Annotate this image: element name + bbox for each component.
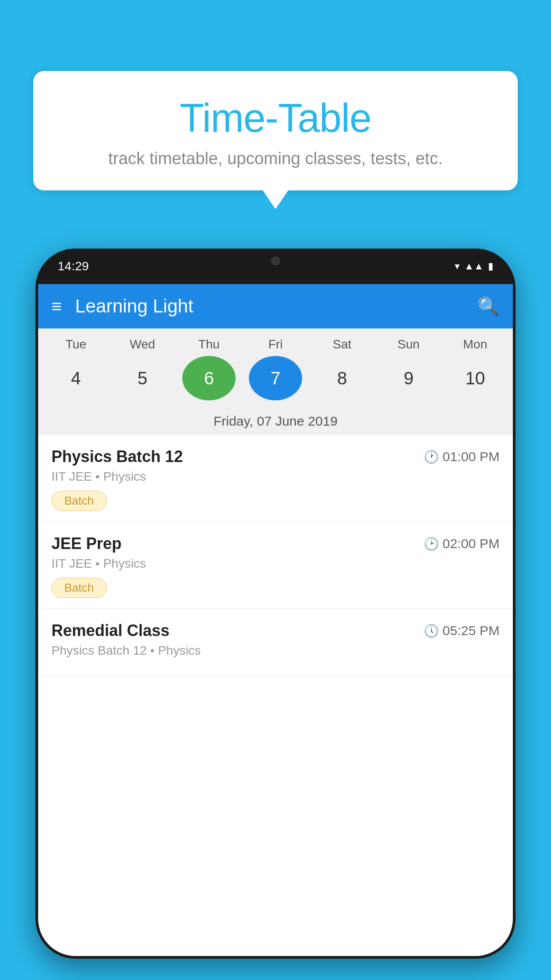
bubble-title: Time-Table — [51, 95, 500, 141]
status-bar: 14:29 ▾ ▲▲ ▮ — [35, 249, 516, 284]
status-icons: ▾ ▲▲ ▮ — [455, 261, 493, 272]
clock-icon-2: 🕑 — [424, 537, 439, 551]
bubble-subtitle: track timetable, upcoming classes, tests… — [51, 149, 500, 168]
menu-icon[interactable]: ≡ — [51, 297, 62, 315]
search-icon[interactable]: 🔍 — [477, 296, 500, 317]
day-labels: Tue Wed Thu Fri Sat Sun Mon — [43, 337, 508, 352]
selected-date-label: Friday, 07 June 2019 — [43, 407, 508, 435]
day-10[interactable]: 10 — [449, 356, 502, 400]
schedule-item-1-header: Physics Batch 12 🕐 01:00 PM — [51, 447, 500, 466]
wifi-icon: ▾ — [455, 261, 460, 272]
schedule-item-2-time: 🕑 02:00 PM — [424, 536, 500, 551]
schedule-item-3-title: Remedial Class — [51, 621, 169, 640]
day-5[interactable]: 5 — [116, 356, 169, 400]
day-numbers: 4 5 6 7 8 9 10 — [43, 356, 508, 400]
day-label-sun: Sun — [382, 337, 435, 352]
calendar-strip: Tue Wed Thu Fri Sat Sun Mon 4 5 6 7 8 9 … — [38, 328, 513, 435]
status-time: 14:29 — [58, 259, 89, 273]
day-7-selected[interactable]: 7 — [249, 356, 302, 400]
schedule-item-2-subtitle: IIT JEE • Physics — [51, 557, 500, 571]
schedule-item-1[interactable]: Physics Batch 12 🕐 01:00 PM IIT JEE • Ph… — [38, 435, 513, 522]
phone-screen: ≡ Learning Light 🔍 Tue Wed Thu Fri Sat S… — [38, 284, 513, 956]
schedule-list: Physics Batch 12 🕐 01:00 PM IIT JEE • Ph… — [38, 435, 513, 676]
speech-bubble: Time-Table track timetable, upcoming cla… — [33, 71, 518, 190]
clock-icon-1: 🕐 — [424, 450, 439, 464]
day-4[interactable]: 4 — [49, 356, 102, 400]
battery-icon: ▮ — [488, 261, 493, 272]
schedule-item-1-subtitle: IIT JEE • Physics — [51, 470, 500, 484]
day-label-sat: Sat — [315, 337, 369, 352]
schedule-item-3[interactable]: Remedial Class 🕔 05:25 PM Physics Batch … — [38, 609, 513, 676]
day-label-wed: Wed — [116, 337, 169, 352]
day-8[interactable]: 8 — [315, 356, 369, 400]
schedule-item-2-header: JEE Prep 🕑 02:00 PM — [51, 534, 500, 553]
batch-tag-1: Batch — [51, 491, 107, 511]
batch-tag-2: Batch — [51, 578, 107, 598]
phone-notch — [231, 249, 320, 273]
schedule-item-2[interactable]: JEE Prep 🕑 02:00 PM IIT JEE • Physics Ba… — [38, 522, 513, 609]
day-label-fri: Fri — [249, 337, 302, 352]
phone-frame: 14:29 ▾ ▲▲ ▮ ≡ Learning Light 🔍 Tue Wed … — [35, 249, 516, 959]
day-label-mon: Mon — [449, 337, 502, 352]
front-camera — [271, 257, 280, 265]
schedule-item-1-time: 🕐 01:00 PM — [424, 449, 500, 464]
schedule-item-2-title: JEE Prep — [51, 534, 122, 553]
schedule-item-3-header: Remedial Class 🕔 05:25 PM — [51, 621, 500, 640]
day-label-tue: Tue — [49, 337, 102, 352]
day-label-thu: Thu — [182, 337, 236, 352]
day-9[interactable]: 9 — [382, 356, 435, 400]
app-title: Learning Light — [75, 296, 477, 317]
day-6-today[interactable]: 6 — [182, 356, 236, 400]
schedule-item-3-time: 🕔 05:25 PM — [424, 623, 500, 638]
signal-icon: ▲▲ — [464, 261, 484, 272]
clock-icon-3: 🕔 — [424, 624, 439, 638]
app-header: ≡ Learning Light 🔍 — [38, 284, 513, 328]
schedule-item-3-subtitle: Physics Batch 12 • Physics — [51, 644, 500, 658]
schedule-item-1-title: Physics Batch 12 — [51, 447, 183, 466]
